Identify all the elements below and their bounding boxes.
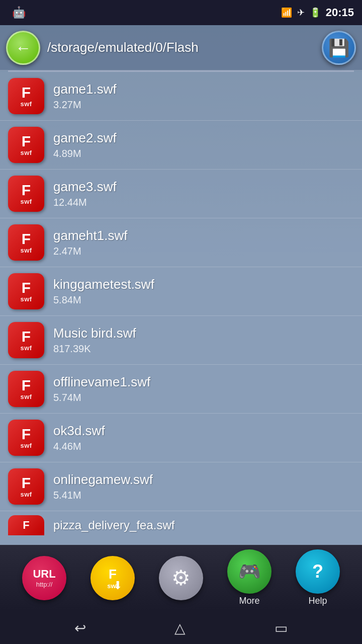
list-item-partial[interactable]: F pizza_delivery_fea.swf	[0, 511, 362, 539]
file-size: 817.39K	[53, 343, 136, 355]
settings-button[interactable]: ⚙	[159, 556, 203, 600]
nav-bar: ↩ △ ▭	[0, 610, 362, 644]
file-name: game3.swf	[53, 179, 117, 195]
url-label: URL	[33, 568, 55, 581]
swf-load-button[interactable]: F ⬇ swf	[90, 556, 135, 600]
current-path: /storage/emulated/0/Flash	[47, 40, 315, 55]
file-icon: F swf	[8, 127, 44, 163]
file-size: 3.27M	[53, 99, 117, 111]
file-size: 12.44M	[53, 197, 117, 208]
wifi-icon: 📶	[281, 7, 292, 18]
file-size: 4.89M	[53, 148, 117, 159]
file-size: 2.47M	[53, 246, 127, 257]
file-size: 5.74M	[53, 392, 150, 404]
file-name: game1.swf	[53, 82, 117, 97]
status-time: 20:15	[326, 6, 354, 19]
back-arrow-icon: ←	[15, 40, 31, 56]
gamepad-icon: 🎮	[238, 561, 261, 582]
nav-home-button[interactable]: △	[166, 616, 194, 640]
sd-card-button[interactable]: 💾	[322, 31, 356, 65]
header: ← /storage/emulated/0/Flash 💾	[0, 25, 362, 70]
nav-back-button[interactable]: ↩	[66, 616, 94, 640]
sd-card-icon: 💾	[328, 38, 349, 58]
file-icon: F	[8, 515, 44, 535]
file-name: gameht1.swf	[53, 228, 127, 244]
file-size: 5.84M	[53, 294, 154, 306]
help-icon: ?	[312, 561, 323, 582]
file-name: ok3d.swf	[53, 423, 105, 439]
file-icon: F swf	[8, 224, 44, 261]
list-item[interactable]: F swf onlinegamew.swf 5.41M	[0, 462, 362, 511]
file-icon: F swf	[8, 371, 44, 407]
file-list: F swf game1.swf 3.27M F swf game2.swf 4.…	[0, 72, 362, 545]
list-item[interactable]: F swf gameht1.swf 2.47M	[0, 218, 362, 267]
list-item[interactable]: F swf ok3d.swf 4.46M	[0, 414, 362, 462]
nav-recents-button[interactable]: ▭	[266, 616, 296, 640]
url-button[interactable]: URL http://	[22, 556, 66, 600]
file-icon: F swf	[8, 176, 44, 212]
file-icon: F swf	[8, 420, 44, 456]
file-size: 5.41M	[53, 490, 153, 501]
android-icon: 🤖	[12, 6, 26, 19]
help-label: Help	[308, 596, 327, 606]
file-icon: F swf	[8, 78, 44, 114]
back-button[interactable]: ←	[6, 31, 40, 65]
file-icon: F swf	[8, 273, 44, 309]
more-label: More	[239, 596, 259, 606]
list-item[interactable]: F swf Music bird.swf 817.39K	[0, 316, 362, 365]
file-icon: F swf	[8, 322, 44, 358]
bottom-toolbar: URL http:// F ⬇ swf ⚙ 🎮 More ? Help	[0, 545, 362, 610]
list-item[interactable]: F swf game2.swf 4.89M	[0, 121, 362, 170]
download-icon: ⬇	[113, 579, 122, 592]
more-button[interactable]: 🎮 More	[227, 549, 272, 606]
file-name: pizza_delivery_fea.swf	[53, 518, 174, 532]
help-button[interactable]: ? Help	[296, 549, 340, 606]
status-bar: 🤖 📶 ✈ 🔋 20:15	[0, 0, 362, 25]
list-item[interactable]: F swf game3.swf 12.44M	[0, 170, 362, 218]
battery-icon: 🔋	[310, 7, 321, 18]
list-item[interactable]: F swf game1.swf 3.27M	[0, 72, 362, 121]
file-name: Music bird.swf	[53, 326, 136, 341]
file-size: 4.46M	[53, 441, 105, 452]
gear-icon: ⚙	[171, 566, 191, 590]
url-sub-label: http://	[36, 581, 53, 588]
file-name: game2.swf	[53, 130, 117, 146]
file-name: onlinegamew.swf	[53, 472, 153, 488]
airplane-icon: ✈	[297, 7, 305, 18]
list-item[interactable]: F swf offlinevame1.swf 5.74M	[0, 365, 362, 414]
file-name: offlinevame1.swf	[53, 374, 150, 390]
list-item[interactable]: F swf kinggametest.swf 5.84M	[0, 267, 362, 316]
file-name: kinggametest.swf	[53, 277, 154, 292]
file-icon: F swf	[8, 468, 44, 505]
